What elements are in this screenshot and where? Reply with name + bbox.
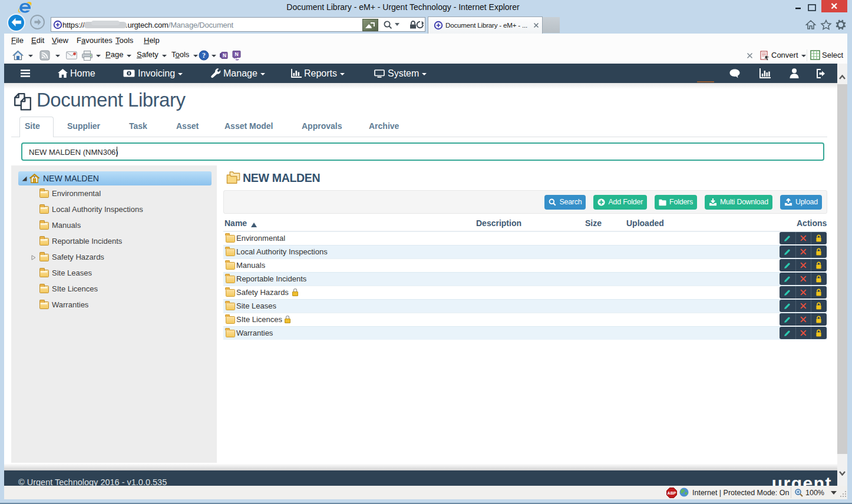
svg-text:ABP: ABP <box>668 491 676 495</box>
svg-text:?: ? <box>202 51 206 59</box>
svg-text:N: N <box>223 52 226 58</box>
svg-text:N: N <box>235 51 238 57</box>
